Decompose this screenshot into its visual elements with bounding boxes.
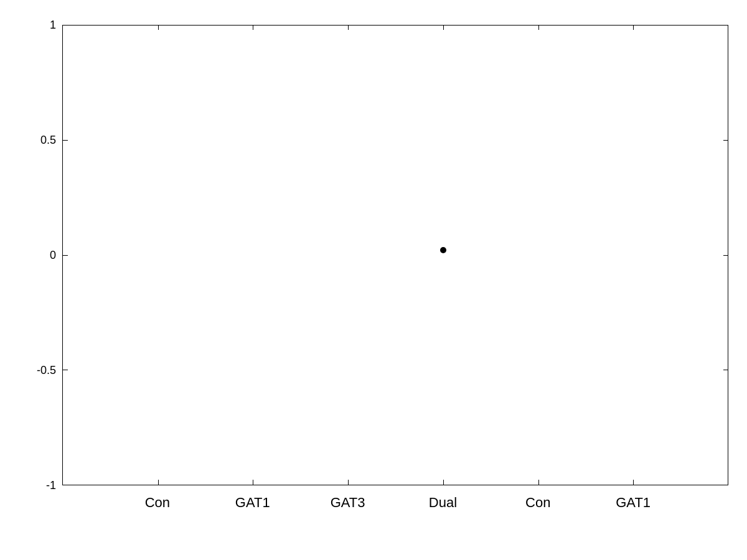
- tick-top-x: [348, 25, 349, 30]
- tick-bottom-x: [348, 480, 349, 485]
- chart-container: 10.50-0.5-1ConGAT1GAT3DualConGAT1: [0, 0, 747, 560]
- x-tick-label: Con: [525, 495, 550, 511]
- tick-right-y: [723, 485, 728, 485]
- chart-area: [62, 25, 728, 485]
- tick-left-y: [63, 485, 68, 485]
- tick-top-x: [443, 25, 444, 30]
- y-tick-label: 1: [50, 19, 56, 32]
- tick-left-y: [63, 255, 68, 256]
- tick-bottom-x: [538, 480, 539, 485]
- tick-bottom-x: [443, 480, 444, 485]
- x-tick-label: Con: [145, 495, 170, 511]
- x-tick-label: Dual: [429, 495, 457, 511]
- y-tick-label: -1: [46, 479, 56, 492]
- x-tick-label: GAT1: [235, 495, 270, 511]
- tick-left-y: [63, 140, 68, 141]
- y-tick-label: 0.5: [40, 134, 56, 147]
- tick-bottom-x: [158, 480, 159, 485]
- x-tick-label: GAT1: [616, 495, 651, 511]
- y-tick-label: 0: [50, 249, 56, 262]
- tick-left-y: [63, 370, 68, 370]
- tick-right-y: [723, 370, 728, 370]
- tick-left-y: [63, 25, 68, 26]
- tick-right-y: [723, 140, 728, 141]
- tick-bottom-x: [633, 480, 634, 485]
- x-tick-label: GAT3: [331, 495, 365, 511]
- tick-top-x: [158, 25, 159, 30]
- data-point: [440, 247, 446, 253]
- y-tick-label: -0.5: [37, 364, 56, 377]
- tick-top-x: [253, 25, 253, 30]
- tick-top-x: [633, 25, 634, 30]
- tick-top-x: [538, 25, 539, 30]
- tick-bottom-x: [253, 480, 253, 485]
- tick-right-y: [723, 25, 728, 26]
- tick-right-y: [723, 255, 728, 256]
